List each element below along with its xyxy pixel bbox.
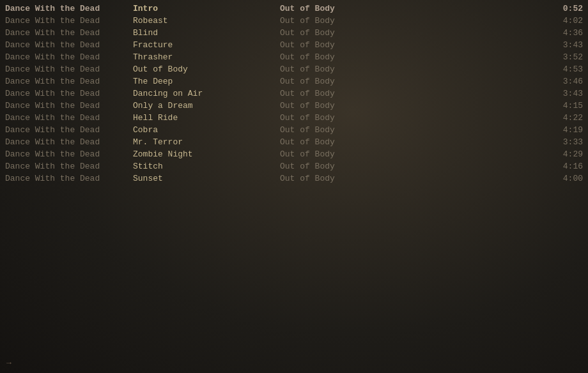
- track-duration: 4:53: [545, 65, 583, 74]
- track-artist: Dance With the Dead: [5, 40, 133, 50]
- track-artist: Dance With the Dead: [5, 16, 133, 26]
- track-duration: 3:52: [545, 52, 583, 62]
- track-artist: Dance With the Dead: [5, 89, 133, 98]
- track-title: Out of Body: [133, 65, 280, 74]
- track-duration: 4:22: [545, 113, 583, 123]
- track-duration: 4:16: [545, 162, 583, 171]
- track-album: Out of Body: [280, 89, 545, 98]
- track-album: Out of Body: [280, 101, 545, 110]
- track-title: Stitch: [133, 162, 280, 171]
- track-row[interactable]: Dance With the Dead Only a Dream Out of …: [0, 100, 588, 112]
- track-row[interactable]: Dance With the Dead Stitch Out of Body 4…: [0, 160, 588, 172]
- track-title: Sunset: [133, 174, 280, 183]
- track-row[interactable]: Dance With the Dead Sunset Out of Body 4…: [0, 172, 588, 185]
- track-duration: 4:15: [545, 101, 583, 110]
- track-artist: Dance With the Dead: [5, 101, 133, 110]
- track-row[interactable]: Dance With the Dead Zombie Night Out of …: [0, 148, 588, 160]
- track-title: Robeast: [133, 16, 280, 26]
- track-row[interactable]: Dance With the Dead The Deep Out of Body…: [0, 75, 588, 88]
- track-artist: Dance With the Dead: [5, 52, 133, 62]
- track-list: Dance With the Dead Intro Out of Body 0:…: [0, 0, 588, 187]
- track-album: Out of Body: [280, 174, 545, 183]
- track-duration: 4:00: [545, 174, 583, 183]
- track-artist: Dance With the Dead: [5, 28, 133, 38]
- track-title: The Deep: [133, 77, 280, 86]
- track-title: Blind: [133, 28, 280, 38]
- track-album: Out of Body: [280, 28, 545, 38]
- track-title: Zombie Night: [133, 149, 280, 159]
- track-album: Out of Body: [280, 113, 545, 123]
- track-row[interactable]: Dance With the Dead Cobra Out of Body 4:…: [0, 124, 588, 136]
- track-artist: Dance With the Dead: [5, 137, 133, 147]
- track-duration: 4:29: [545, 149, 583, 159]
- track-row[interactable]: Dance With the Dead Dancing on Air Out o…: [0, 88, 588, 100]
- track-row[interactable]: Dance With the Dead Out of Body Out of B…: [0, 63, 588, 75]
- track-album: Out of Body: [280, 16, 545, 26]
- track-album: Out of Body: [280, 125, 545, 135]
- track-duration: 3:43: [545, 40, 583, 50]
- track-duration: 3:33: [545, 137, 583, 147]
- header-artist: Dance With the Dead: [5, 4, 133, 13]
- track-row[interactable]: Dance With the Dead Hell Ride Out of Bod…: [0, 112, 588, 124]
- track-artist: Dance With the Dead: [5, 162, 133, 171]
- track-album: Out of Body: [280, 77, 545, 86]
- track-title: Thrasher: [133, 52, 280, 62]
- track-header: Dance With the Dead Intro Out of Body 0:…: [0, 3, 588, 15]
- track-album: Out of Body: [280, 65, 545, 74]
- track-title: Dancing on Air: [133, 89, 280, 98]
- track-album: Out of Body: [280, 149, 545, 159]
- track-row[interactable]: Dance With the Dead Robeast Out of Body …: [0, 15, 588, 27]
- track-duration: 3:43: [545, 89, 583, 98]
- track-artist: Dance With the Dead: [5, 65, 133, 74]
- track-duration: 4:19: [545, 125, 583, 135]
- track-artist: Dance With the Dead: [5, 113, 133, 123]
- track-row[interactable]: Dance With the Dead Blind Out of Body 4:…: [0, 27, 588, 39]
- track-artist: Dance With the Dead: [5, 174, 133, 183]
- track-title: Mr. Terror: [133, 137, 280, 147]
- track-album: Out of Body: [280, 137, 545, 147]
- header-album: Out of Body: [280, 4, 545, 13]
- track-album: Out of Body: [280, 40, 545, 50]
- track-duration: 4:36: [545, 28, 583, 38]
- track-artist: Dance With the Dead: [5, 125, 133, 135]
- track-row[interactable]: Dance With the Dead Fracture Out of Body…: [0, 39, 588, 51]
- track-title: Fracture: [133, 40, 280, 50]
- track-album: Out of Body: [280, 52, 545, 62]
- track-title: Hell Ride: [133, 113, 280, 123]
- header-duration: 0:52: [545, 4, 583, 13]
- track-title: Only a Dream: [133, 101, 280, 110]
- track-row[interactable]: Dance With the Dead Mr. Terror Out of Bo…: [0, 136, 588, 148]
- track-artist: Dance With the Dead: [5, 149, 133, 159]
- bottom-arrow: →: [6, 358, 12, 368]
- track-duration: 4:02: [545, 16, 583, 26]
- track-duration: 3:46: [545, 77, 583, 86]
- track-title: Cobra: [133, 125, 280, 135]
- track-row[interactable]: Dance With the Dead Thrasher Out of Body…: [0, 51, 588, 63]
- track-album: Out of Body: [280, 162, 545, 171]
- header-title: Intro: [133, 4, 280, 13]
- track-artist: Dance With the Dead: [5, 77, 133, 86]
